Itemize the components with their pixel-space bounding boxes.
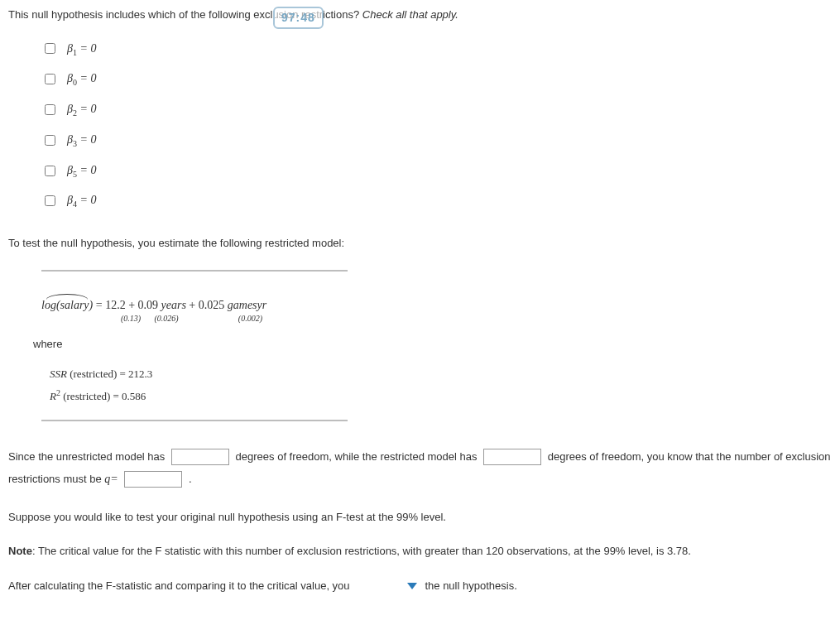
conclusion-paragraph: After calculating the F-statistic and co… [8,578,832,594]
prompt-instruction: Check all that apply. [362,8,458,21]
option-label: β2 = 0 [67,100,96,119]
coef0: 12.2 [105,299,126,311]
dropdown-decision[interactable] [353,579,402,593]
checkbox-beta1[interactable] [45,43,55,54]
question-prompt: This null hypothesis includes which of t… [8,7,832,23]
input-unrestricted-dof[interactable] [171,449,229,465]
option-label: β1 = 0 [67,40,96,59]
restricted-intro: To test the null hypothesis, you estimat… [8,235,832,252]
chevron-down-icon[interactable] [407,583,417,589]
option-beta2: β2 = 0 [41,100,832,119]
divider-top [41,270,348,272]
ssr-block: SSR (restricted) = 212.3 R2 (restricted)… [50,363,832,407]
option-label: β3 = 0 [67,131,96,150]
standard-errors: (0.13) (0.026) (0.002) [41,312,262,324]
input-restricted-dof[interactable] [483,449,541,465]
option-label: β4 = 0 [67,191,96,210]
checkbox-group: β1 = 0 β0 = 0 β2 = 0 β3 = 0 β5 = 0 β4 = … [41,40,832,211]
var1: years [161,299,186,311]
r2-line: R2 (restricted) = 0.586 [50,385,832,407]
where-label: where [33,336,832,353]
checkbox-beta3[interactable] [45,135,55,146]
var2: gamesyr [228,299,266,311]
dof-paragraph: Since the unrestricted model has degrees… [8,446,832,491]
option-beta5: β5 = 0 [41,161,832,180]
coef2: 0.025 [199,299,225,311]
input-q[interactable] [124,471,182,488]
ftest-paragraph: Suppose you would like to test your orig… [8,509,832,526]
coef1: 0.09 [138,299,159,311]
option-label: β0 = 0 [67,70,96,89]
q-label: q= [104,473,118,485]
checkbox-beta5[interactable] [45,166,55,176]
option-beta0: β0 = 0 [41,70,832,89]
option-beta1: β1 = 0 [41,40,832,59]
checkbox-beta4[interactable] [45,195,55,206]
option-beta4: β4 = 0 [41,191,832,210]
divider-bottom [41,420,348,421]
lhs: log(salary) [41,296,93,314]
checkbox-beta0[interactable] [45,74,55,84]
option-beta3: β3 = 0 [41,131,832,150]
note-paragraph: Note: The critical value for the F stati… [8,543,832,560]
checkbox-beta2[interactable] [45,104,55,115]
note-label: Note [8,545,32,557]
ssr-line: SSR (restricted) = 212.3 [50,363,832,385]
option-label: β5 = 0 [67,161,96,180]
regression-equation: log(salary) = 12.2 + 0.09 years + 0.025 … [41,296,266,314]
timer-badge: 97:48 [273,7,324,29]
equation-block: log(salary) = 12.2 + 0.09 years + 0.025 … [41,296,832,324]
